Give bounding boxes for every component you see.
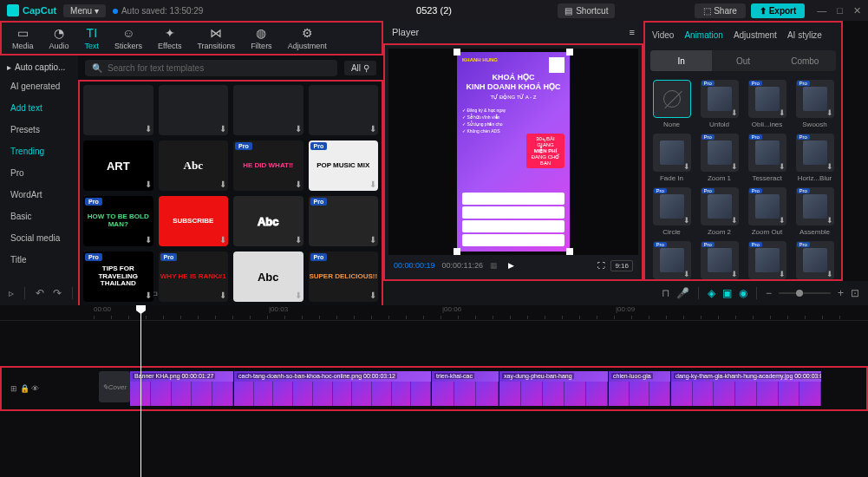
minimize-icon[interactable]: — [817, 5, 826, 16]
search-input[interactable]: 🔍 Search for text templates [85, 60, 337, 76]
sub-tab-in[interactable]: In [650, 50, 712, 71]
preview-frame[interactable]: KHANH HUNG KHOÁ HỌCKINH DOANH KHOÁ HỌC T… [457, 52, 570, 252]
magnet-icon[interactable]: ⊓ [662, 287, 669, 299]
right-tab-animation[interactable]: Animation [684, 30, 722, 40]
tool-tab-stickers[interactable]: ☺Stickers [108, 23, 149, 54]
aspect-ratio[interactable]: 9:16 [610, 260, 633, 271]
text-template[interactable]: ⬇ [233, 85, 303, 135]
text-template[interactable]: ProTIPS FOR TRAVELING THAILAND⬇ [83, 252, 153, 302]
animation-item[interactable]: Pro⬇ [746, 241, 788, 279]
download-icon[interactable]: ⬇ [369, 180, 376, 189]
animation-unfold[interactable]: Pro⬇Unfold [698, 80, 741, 128]
sidebar-item-trending[interactable]: Trending [0, 140, 78, 162]
animation-tesseract[interactable]: Pro⬇Tesseract [746, 134, 788, 182]
track-toggle-2[interactable]: ▣ [722, 287, 732, 299]
text-template[interactable]: SUBSCRIBE⬇ [159, 196, 229, 246]
download-icon[interactable]: ⬇ [219, 180, 226, 189]
sidebar-item-wordart[interactable]: WordArt [0, 184, 78, 206]
download-icon[interactable]: ⬇ [145, 124, 152, 134]
download-icon[interactable]: ⬇ [145, 180, 152, 189]
text-template[interactable]: ProHE DID WHAT!!⬇ [233, 140, 303, 191]
animation-item[interactable]: Pro⬇ [650, 241, 693, 279]
sidebar-item-add-text[interactable]: Add text [0, 97, 78, 119]
download-icon[interactable]: ⬇ [295, 235, 302, 245]
animation-horiz-blur[interactable]: Pro⬇Horiz...Blur [793, 134, 836, 182]
close-icon[interactable]: ✕ [853, 5, 861, 16]
text-template[interactable]: Abc⬇ [233, 196, 303, 246]
text-template[interactable]: ⬇ [83, 85, 153, 135]
timeline-clip[interactable]: chien-luoc-gia [609, 371, 671, 406]
resize-handle-tl[interactable] [454, 49, 460, 56]
text-template[interactable]: ⬇ [159, 85, 229, 135]
download-icon[interactable]: ⬇ [369, 291, 376, 300]
preview-viewport[interactable]: KHANH HUNG KHOÁ HỌCKINH DOANH KHOÁ HỌC T… [388, 49, 638, 255]
sidebar-item-title[interactable]: Title [0, 249, 78, 271]
text-template[interactable]: ART⬇ [83, 140, 153, 191]
track-toggle-3[interactable]: ◉ [739, 287, 747, 299]
download-icon[interactable]: ⬇ [369, 124, 376, 134]
tool-tab-text[interactable]: TIText [78, 23, 107, 54]
tool-tab-audio[interactable]: ◔Audio [42, 23, 76, 54]
animation-zoom-1[interactable]: Pro⬇Zoom 1 [698, 134, 741, 182]
time-ruler[interactable]: 00:00|00:03|00:06|00:09 [0, 305, 868, 321]
filter-all-button[interactable]: All ⚲ [344, 61, 376, 75]
zoom-slider[interactable] [779, 292, 831, 294]
sidebar-item-presets[interactable]: Presets [0, 119, 78, 140]
share-button[interactable]: ⬚ Share [695, 3, 745, 18]
download-icon[interactable]: ⬇ [219, 124, 226, 134]
select-tool-icon[interactable]: ▹ [9, 287, 14, 299]
animation-item[interactable]: Pro⬇ [793, 241, 836, 279]
animation-fade-in[interactable]: ⬇Fade In [650, 134, 693, 182]
right-tab-ai-stylize[interactable]: AI stylize [787, 30, 822, 40]
timeline-clip[interactable]: trien-khai-cac [432, 371, 499, 406]
right-tab-video[interactable]: Video [652, 30, 674, 40]
cover-button[interactable]: ✎Cover [99, 371, 130, 402]
zoom-in-icon[interactable]: + [838, 287, 844, 299]
text-template[interactable]: ProPOP MUSIC MIX⬇ [309, 140, 379, 191]
animation-obli-ines[interactable]: Pro⬇Obli...ines [746, 80, 788, 128]
fullscreen-icon[interactable]: ⛶ [597, 261, 605, 270]
sidebar-item-pro[interactable]: Pro [0, 162, 78, 184]
download-icon[interactable]: ⬇ [145, 235, 152, 245]
tool-tab-filters[interactable]: ◍Filters [244, 23, 279, 54]
timeline-clip[interactable]: xay-dung-pheu-ban-hang [499, 371, 609, 406]
download-icon[interactable]: ⬇ [295, 291, 302, 300]
zoom-out-icon[interactable]: − [766, 287, 772, 299]
timeline-clip[interactable]: cach-tang-doanh-so-ban-khoa-hoc-online.p… [234, 371, 432, 406]
track-options-icon[interactable]: ⊞ 🔒 👁 [10, 384, 39, 393]
animation-assemble[interactable]: Pro⬇Assemble [793, 187, 836, 236]
mic-icon[interactable]: 🎤 [676, 287, 689, 299]
player-menu-icon[interactable]: ≡ [630, 27, 635, 37]
download-icon[interactable]: ⬇ [219, 235, 226, 245]
resize-handle-bl[interactable] [454, 248, 460, 255]
animation-zoom-out[interactable]: Pro⬇Zoom Out [746, 187, 788, 236]
export-button[interactable]: ⬆ Export [751, 3, 805, 18]
right-tab-adjustment[interactable]: Adjustment [734, 30, 777, 40]
timeline-clip[interactable]: dang-ky-tham-gia-khanh-hung-academy.jpg … [671, 371, 822, 406]
grid-icon[interactable]: ▦ [490, 261, 498, 270]
animation-swoosh[interactable]: Pro⬇Swoosh [793, 80, 836, 128]
text-template[interactable]: Pro⬇ [309, 196, 379, 246]
animation-zoom-2[interactable]: Pro⬇Zoom 2 [698, 187, 741, 236]
tool-tab-transitions[interactable]: ⋈Transitions [190, 23, 242, 54]
menu-button[interactable]: Menu ▾ [63, 4, 106, 17]
tool-tab-adjustment[interactable]: ⚙Adjustment [281, 23, 334, 54]
animation-none[interactable]: None [650, 80, 693, 128]
sidebar-item-social-media[interactable]: Social media [0, 227, 78, 249]
playhead[interactable] [140, 305, 141, 477]
shortcut-button[interactable]: ▤ Shortcut [558, 3, 615, 18]
download-icon[interactable]: ⬇ [369, 235, 376, 245]
maximize-icon[interactable]: □ [837, 5, 843, 16]
resize-handle-br[interactable] [566, 248, 573, 255]
play-button[interactable]: ▶ [508, 261, 514, 270]
animation-circle[interactable]: Pro⬇Circle [650, 187, 693, 236]
sidebar-item-basic[interactable]: Basic [0, 206, 78, 227]
track-toggle-1[interactable]: ◈ [708, 287, 715, 299]
redo-icon[interactable]: ↷ [53, 287, 62, 299]
sub-tab-out[interactable]: Out [712, 50, 773, 71]
tool-tab-effects[interactable]: ✦Effects [151, 23, 188, 54]
animation-item[interactable]: Pro⬇ [698, 241, 741, 279]
timeline-clip[interactable]: Banner KHA.png 00:00:01:27 [130, 371, 234, 406]
text-template[interactable]: ProHOW TO BE BOLD MAN?⬇ [83, 196, 153, 246]
text-template[interactable]: Abc⬇ [233, 252, 303, 302]
